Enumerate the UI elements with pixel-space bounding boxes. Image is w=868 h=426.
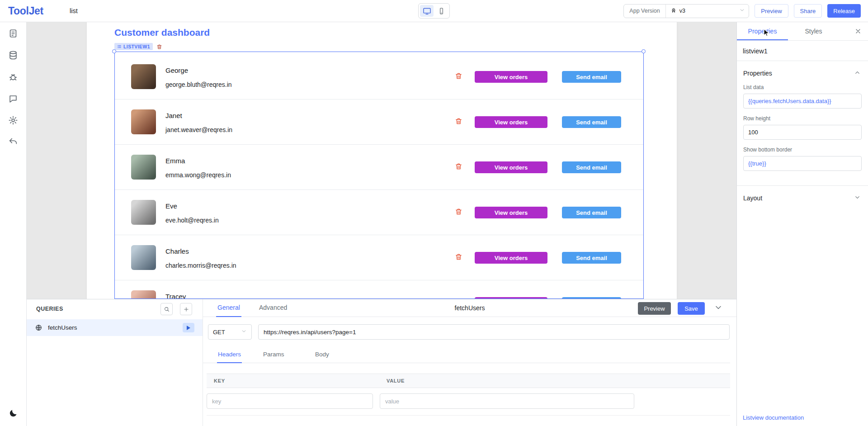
delete-row-icon[interactable] bbox=[455, 253, 462, 263]
customer-email: charles.morris@reqres.in bbox=[165, 262, 236, 269]
listview-widget[interactable]: George george.bluth@reqres.in View order… bbox=[114, 52, 644, 299]
undo-icon[interactable] bbox=[8, 137, 18, 147]
close-icon bbox=[854, 28, 862, 35]
avatar bbox=[131, 64, 156, 89]
debugger-icon[interactable] bbox=[8, 72, 18, 82]
page-title: Customer dashboard bbox=[114, 27, 210, 38]
avatar bbox=[131, 109, 156, 134]
listview-documentation-link[interactable]: Listview documentation bbox=[743, 414, 804, 421]
list-item: Janet janet.weaver@reqres.in View orders… bbox=[115, 99, 643, 145]
query-save-button[interactable]: Save bbox=[678, 302, 705, 315]
delete-row-icon[interactable] bbox=[455, 72, 462, 82]
avatar bbox=[131, 200, 156, 225]
key-column-header: KEY bbox=[214, 378, 225, 383]
desktop-view-button[interactable] bbox=[420, 5, 434, 17]
mobile-view-button[interactable] bbox=[434, 5, 448, 17]
list-icon bbox=[117, 44, 122, 49]
delete-row-icon[interactable] bbox=[455, 162, 462, 172]
customer-name: Emma bbox=[165, 157, 185, 165]
run-query-button[interactable] bbox=[183, 323, 194, 332]
tab-advanced[interactable]: Advanced bbox=[258, 299, 288, 317]
list-item: Tracey View orders Send email bbox=[115, 280, 643, 299]
delete-row-icon[interactable] bbox=[455, 208, 462, 218]
query-preview-button[interactable]: Preview bbox=[638, 302, 671, 315]
layout-section-header[interactable]: Layout bbox=[737, 186, 868, 202]
chevron-down-icon bbox=[854, 194, 861, 202]
send-email-button[interactable]: Send email bbox=[562, 252, 621, 264]
delete-row-icon[interactable] bbox=[455, 117, 462, 127]
customer-name: Eve bbox=[165, 202, 177, 210]
customer-name: George bbox=[165, 66, 188, 74]
app-page[interactable]: Customer dashboard LISTVIEW1 George geor… bbox=[87, 22, 677, 299]
tab-body[interactable]: Body bbox=[314, 347, 330, 363]
release-button[interactable]: Release bbox=[827, 4, 861, 18]
tab-params[interactable]: Params bbox=[262, 347, 285, 363]
add-query-button[interactable] bbox=[180, 303, 192, 315]
tab-styles[interactable]: Styles bbox=[788, 22, 839, 40]
value-column-header: VALUE bbox=[387, 378, 405, 383]
rocket-icon bbox=[670, 8, 677, 14]
settings-icon[interactable] bbox=[8, 115, 18, 125]
datasources-icon[interactable] bbox=[8, 50, 18, 60]
headers-table-header: KEY VALUE bbox=[207, 374, 730, 388]
method-select[interactable]: GET bbox=[208, 324, 252, 340]
request-subtabs: Headers Params Body bbox=[203, 347, 730, 363]
chevron-down-icon bbox=[739, 7, 745, 14]
chevron-up-icon bbox=[854, 69, 861, 77]
list-item: Eve eve.holt@reqres.in View orders Send … bbox=[115, 190, 643, 235]
avatar bbox=[131, 155, 156, 180]
app-version-select[interactable]: App Version v3 bbox=[623, 4, 749, 18]
resize-handle-top-left[interactable] bbox=[112, 49, 116, 53]
show-bottom-border-input[interactable] bbox=[743, 156, 862, 171]
queries-panel-title: QUERIES bbox=[36, 306, 63, 312]
preview-button[interactable]: Preview bbox=[755, 4, 788, 18]
url-input[interactable] bbox=[258, 324, 730, 340]
query-editor-header: General Advanced fetchUsers Preview Save bbox=[203, 299, 736, 317]
view-orders-button[interactable]: View orders bbox=[475, 71, 547, 83]
app-name: list bbox=[70, 7, 78, 14]
header-key-input[interactable] bbox=[207, 393, 373, 409]
moon-icon[interactable] bbox=[8, 408, 18, 418]
view-orders-button[interactable]: View orders bbox=[475, 116, 547, 128]
avatar bbox=[131, 290, 156, 299]
send-email-button[interactable]: Send email bbox=[562, 207, 621, 218]
query-list-item[interactable]: fetchUsers bbox=[27, 319, 203, 336]
view-orders-button[interactable]: View orders bbox=[475, 161, 547, 173]
query-editor: General Advanced fetchUsers Preview Save… bbox=[203, 299, 736, 426]
topbar: ToolJet list App Version v3 Preview Shar… bbox=[0, 0, 868, 22]
send-email-button[interactable]: Send email bbox=[562, 116, 621, 128]
close-inspector-button[interactable] bbox=[848, 22, 868, 40]
comments-icon[interactable] bbox=[8, 94, 18, 104]
device-toggle bbox=[418, 3, 450, 19]
properties-section-header[interactable]: Properties bbox=[737, 61, 868, 77]
left-sidebar bbox=[0, 22, 27, 426]
share-button[interactable]: Share bbox=[794, 4, 822, 18]
customer-name: Charles bbox=[165, 247, 189, 255]
tab-headers[interactable]: Headers bbox=[217, 347, 242, 363]
divider bbox=[207, 415, 730, 416]
pages-icon[interactable] bbox=[8, 28, 18, 38]
list-data-input[interactable] bbox=[743, 94, 862, 109]
view-orders-button[interactable]: View orders bbox=[475, 252, 547, 264]
collapse-panel-icon[interactable] bbox=[714, 303, 723, 314]
tab-general[interactable]: General bbox=[216, 299, 241, 317]
resize-handle-top-right[interactable] bbox=[642, 49, 646, 53]
delete-widget-icon[interactable] bbox=[156, 44, 162, 50]
view-orders-button[interactable]: View orders bbox=[475, 207, 547, 218]
editor-canvas[interactable]: Customer dashboard LISTVIEW1 George geor… bbox=[27, 22, 736, 299]
customer-name: Tracey bbox=[165, 293, 186, 299]
row-height-input[interactable] bbox=[743, 125, 862, 140]
tab-properties[interactable]: Properties bbox=[737, 22, 788, 40]
rest-api-icon bbox=[35, 324, 42, 331]
query-panel: QUERIES fetchUsers General Advanced fetc… bbox=[27, 299, 736, 426]
play-icon bbox=[187, 326, 190, 330]
list-data-label: List data bbox=[743, 84, 862, 90]
search-query-button[interactable] bbox=[160, 303, 173, 315]
customer-email: eve.holt@reqres.in bbox=[165, 217, 219, 224]
send-email-button[interactable]: Send email bbox=[562, 71, 621, 83]
customer-email: janet.weaver@reqres.in bbox=[165, 126, 232, 133]
customer-email: emma.wong@reqres.in bbox=[165, 171, 231, 179]
widget-badge[interactable]: LISTVIEW1 bbox=[114, 43, 153, 50]
send-email-button[interactable]: Send email bbox=[562, 161, 621, 173]
header-value-input[interactable] bbox=[380, 393, 634, 409]
